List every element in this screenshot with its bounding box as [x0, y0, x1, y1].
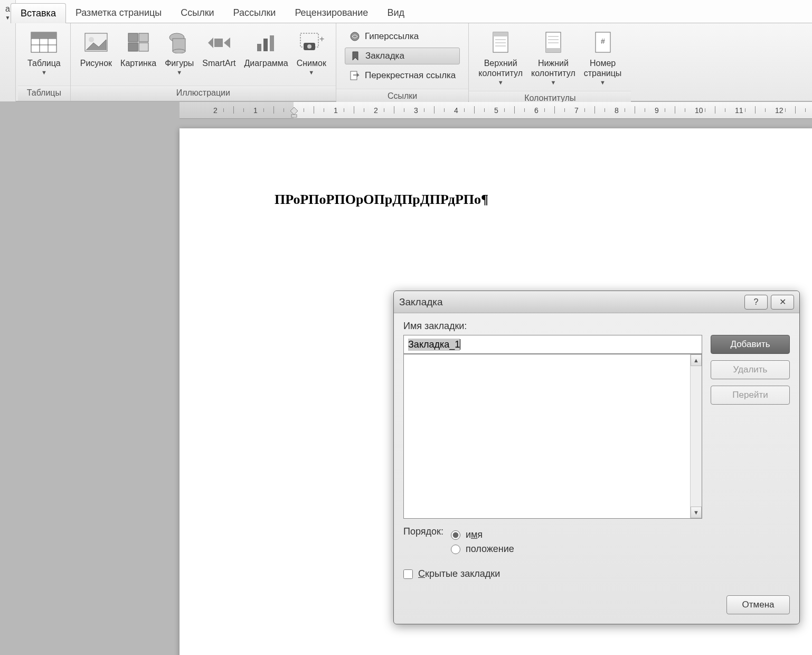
ribbon: Таблица ▼ Таблицы Рисунок Картинка: [0, 23, 812, 101]
ruler-tick: 10: [695, 102, 703, 118]
hidden-bookmarks-checkbox[interactable]: Скрытые закладки: [403, 568, 702, 579]
ruler-tick: 5: [494, 102, 498, 118]
help-button[interactable]: ?: [744, 295, 768, 310]
text-cursor: [460, 339, 460, 350]
svg-rect-16: [214, 39, 223, 47]
svg-marker-39: [290, 107, 298, 115]
chart-icon: [252, 29, 280, 56]
footer-icon: [540, 29, 567, 56]
svg-point-14: [173, 49, 185, 53]
help-icon: ?: [754, 297, 759, 307]
hidden-bookmarks-input[interactable]: [403, 569, 413, 579]
ruler-minor-tick: [805, 108, 806, 112]
ruler-minor-tick: [384, 108, 384, 112]
ruler-minor-tick: [504, 108, 505, 112]
ruler-minor-tick: [273, 106, 274, 114]
hyperlink-button[interactable]: Гиперссылка: [345, 29, 460, 44]
scrollbar[interactable]: ▲ ▼: [690, 354, 702, 518]
ruler-minor-tick: [795, 106, 796, 114]
hidden-bookmarks-text: Скрытые закладки: [418, 568, 500, 579]
tab-references[interactable]: Ссылки: [171, 3, 223, 23]
delete-button[interactable]: Удалить: [711, 360, 790, 379]
picture-icon: [82, 29, 110, 56]
ruler-minor-tick: [284, 108, 284, 112]
order-label: Порядок:: [403, 526, 443, 537]
ruler-tick: 4: [454, 102, 458, 118]
footer-label: Нижний колонтитул: [531, 58, 575, 78]
bookmark-icon: [350, 50, 361, 62]
ruler-minor-tick: [263, 108, 264, 112]
indent-marker[interactable]: [290, 107, 298, 118]
order-name-radio-input[interactable]: [451, 530, 460, 540]
group-links: Гиперссылка Закладка Перекрестная ссылка…: [336, 23, 469, 101]
ruler-minor-tick: [344, 108, 344, 112]
ruler-minor-tick: [514, 106, 515, 114]
smartart-button[interactable]: SmartArt: [198, 26, 240, 70]
group-headerfooter: Верхний колонтитул ▼ Нижний колонтитул ▼…: [469, 23, 631, 101]
order-name-radio[interactable]: имя: [451, 529, 514, 540]
ruler-minor-tick: [524, 108, 525, 112]
ruler-minor-tick: [554, 106, 555, 114]
scroll-track[interactable]: [691, 366, 702, 507]
bookmark-name-label: Имя закладки:: [403, 321, 790, 332]
scroll-up-icon[interactable]: ▲: [691, 354, 702, 366]
crossref-label: Перекрестная ссылка: [365, 70, 456, 81]
ruler-tick: 7: [574, 102, 579, 118]
tab-page-layout[interactable]: Разметка страницы: [66, 3, 171, 23]
ruler-minor-tick: [675, 106, 675, 114]
ruler-minor-tick: [434, 106, 435, 114]
tab-review[interactable]: Рецензирование: [285, 3, 377, 23]
tab-mailings[interactable]: Рассылки: [224, 3, 286, 23]
hyperlink-label: Гиперссылка: [365, 31, 419, 42]
svg-rect-26: [351, 71, 357, 80]
crossref-button[interactable]: Перекрестная ссылка: [345, 68, 460, 83]
ruler-minor-tick: [625, 108, 625, 112]
clipart-button[interactable]: Картинка: [116, 26, 160, 70]
bookmark-name-input[interactable]: Закладка_1: [403, 335, 702, 354]
ruler-tick: 11: [735, 102, 743, 118]
shapes-button[interactable]: Фигуры ▼: [160, 26, 198, 78]
tab-insert[interactable]: Вставка: [11, 3, 66, 23]
goto-button[interactable]: Перейти: [711, 386, 790, 405]
ruler-tick: 12: [775, 102, 783, 118]
add-button[interactable]: Добавить: [711, 335, 790, 354]
close-button[interactable]: ✕: [771, 295, 794, 310]
cancel-button[interactable]: Отмена: [726, 595, 790, 614]
chevron-down-icon: ▼: [5, 15, 11, 21]
ruler-minor-tick: [404, 108, 404, 112]
ruler-minor-tick: [544, 108, 545, 112]
ruler-minor-tick: [424, 108, 424, 112]
screenshot-button[interactable]: + Снимок ▼: [292, 26, 331, 78]
order-position-radio-input[interactable]: [451, 545, 460, 554]
bookmark-list[interactable]: ▲ ▼: [403, 354, 702, 519]
chart-label: Диаграмма: [244, 58, 288, 68]
scroll-down-icon[interactable]: ▼: [691, 507, 702, 518]
ruler-minor-tick: [444, 108, 445, 112]
footer-button[interactable]: Нижний колонтитул ▼: [527, 26, 580, 88]
ruler-minor-tick: [354, 106, 354, 114]
svg-text:+: +: [319, 34, 324, 43]
ruler-minor-tick: [584, 108, 585, 112]
group-tables-label: Таблицы: [18, 86, 70, 101]
horizontal-ruler[interactable]: 21123456789101112: [180, 102, 812, 119]
order-position-text: положение: [466, 544, 514, 555]
ruler-tick: 1: [253, 102, 258, 118]
dialog-titlebar[interactable]: Закладка ? ✕: [394, 291, 799, 313]
chevron-down-icon: ▼: [176, 69, 182, 76]
tab-view[interactable]: Вид: [377, 3, 414, 23]
header-button[interactable]: Верхний колонтитул ▼: [474, 26, 527, 88]
table-button[interactable]: Таблица ▼: [23, 26, 65, 78]
ruler-minor-tick: [243, 108, 244, 112]
ruler-minor-tick: [745, 108, 745, 112]
order-position-radio[interactable]: положение: [451, 544, 514, 555]
chart-button[interactable]: Диаграмма: [240, 26, 292, 70]
svg-rect-11: [139, 43, 148, 51]
pagenum-button[interactable]: # Номер страницы ▼: [580, 26, 626, 88]
screenshot-label: Снимок: [297, 58, 326, 68]
clipart-icon: [125, 29, 152, 56]
picture-button[interactable]: Рисунок: [76, 26, 116, 70]
svg-rect-33: [546, 48, 561, 52]
bookmark-button[interactable]: Закладка: [345, 48, 460, 64]
ruler-minor-tick: [223, 108, 224, 112]
chevron-down-icon: ▼: [550, 79, 556, 86]
